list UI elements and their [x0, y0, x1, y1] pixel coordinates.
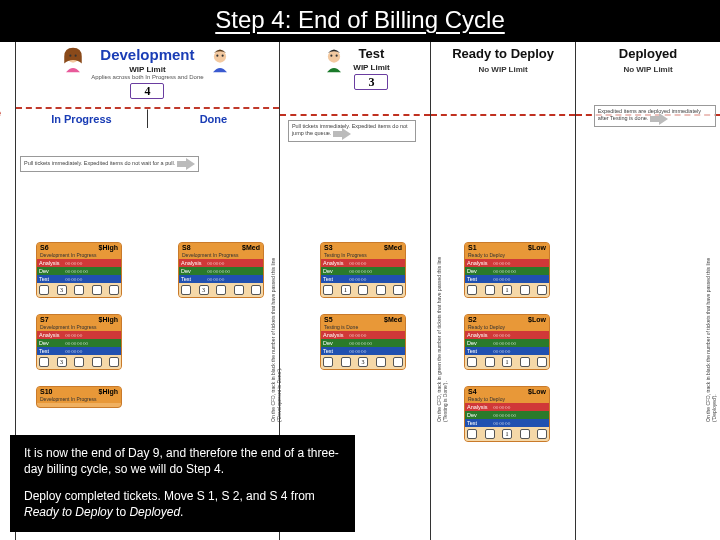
kanban-board: e Development WIP Limit Applies across b… [0, 42, 720, 540]
column-title: Development [91, 46, 203, 63]
svg-point-2 [75, 55, 77, 57]
svg-point-1 [70, 55, 72, 57]
wip-label: WIP Limit [353, 63, 389, 72]
dev-subcolumn-done: Done [148, 109, 279, 128]
svg-point-6 [328, 50, 340, 62]
female-avatar-icon [59, 46, 87, 74]
dev-subcolumn-inprogress: In Progress [16, 109, 148, 128]
ticket-card-s7[interactable]: S7$High Development In Progress Analysis… [36, 314, 122, 370]
arrow-right-icon [650, 114, 668, 124]
tester-avatar-icon [320, 46, 348, 74]
wip-value: 4 [130, 83, 164, 99]
ticket-card-s4[interactable]: S4$Low Ready to Deploy Analysis○○ ○○ ○○ … [464, 386, 550, 442]
ticket-card-s8[interactable]: S8$Med Development In Progress Analysis○… [178, 242, 264, 298]
ticket-card-s1[interactable]: S1$Low Ready to Deploy Analysis○○ ○○ ○○ … [464, 242, 550, 298]
svg-point-8 [336, 55, 338, 57]
no-wip-label: No WIP Limit [433, 65, 573, 75]
column-note: Pull tickets immediately. Expedited item… [288, 120, 416, 142]
svg-point-7 [331, 55, 333, 57]
ticket-card-s3[interactable]: S3$Med Testing In Progress Analysis○○ ○○… [320, 242, 406, 298]
wip-value: 3 [354, 74, 388, 90]
ticket-card-s6[interactable]: S6$High Development In Progress Analysis… [36, 242, 122, 298]
column-title: Deployed [578, 46, 718, 61]
column-note: Expedited items are deployed immediately… [594, 105, 716, 127]
svg-point-4 [216, 55, 218, 57]
svg-point-5 [221, 55, 223, 57]
narration-overlay: It is now the end of Day 9, and therefor… [10, 435, 355, 532]
wip-label: WIP Limit [91, 65, 203, 74]
sliver-letter: e [0, 108, 1, 118]
ticket-card-s5[interactable]: S5$Med Testing is Done Analysis○○ ○○ ○○ … [320, 314, 406, 370]
wip-sublabel: Applies across both In Progress and Done [91, 74, 203, 81]
page-title: Step 4: End of Billing Cycle [0, 0, 720, 42]
column-title: Test [353, 46, 389, 61]
arrow-right-icon [177, 159, 195, 169]
male-avatar-icon [206, 46, 234, 74]
column-note: Pull tickets immediately. Expedited item… [20, 156, 199, 172]
svg-point-3 [214, 50, 226, 62]
arrow-right-icon [333, 129, 351, 139]
column-title: Ready to Deploy [433, 46, 573, 61]
ticket-card-s2[interactable]: S2$Low Ready to Deploy Analysis○○ ○○ ○○ … [464, 314, 550, 370]
no-wip-label: No WIP Limit [578, 65, 718, 75]
ticket-card-s10[interactable]: S10$High Development In Progress [36, 386, 122, 408]
